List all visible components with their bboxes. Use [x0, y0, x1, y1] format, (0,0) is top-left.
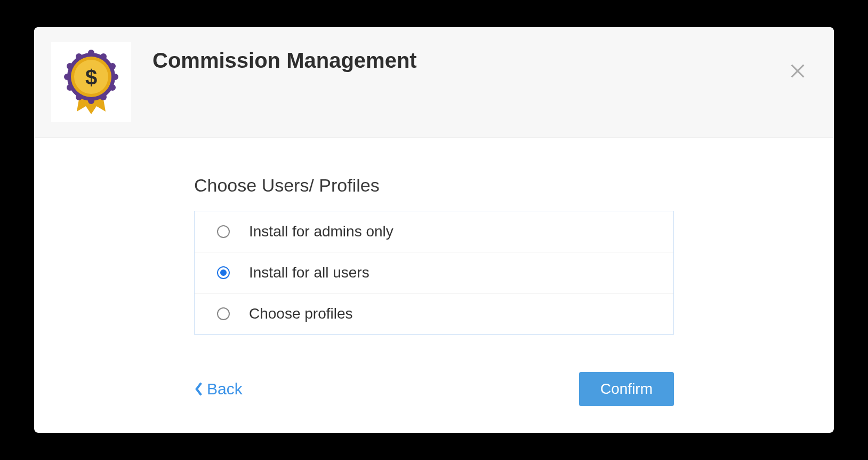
svg-point-3 — [88, 50, 94, 56]
option-label: Install for admins only — [249, 223, 393, 240]
modal-title: Commission Management — [152, 49, 417, 73]
close-button[interactable] — [787, 60, 808, 82]
back-label: Back — [207, 380, 243, 398]
svg-point-14 — [76, 53, 82, 60]
svg-point-10 — [76, 94, 82, 100]
modal-footer: Back Confirm — [34, 372, 834, 433]
section-title: Choose Users/ Profiles — [194, 175, 674, 196]
svg-point-6 — [112, 74, 118, 80]
radio-icon — [217, 225, 230, 238]
svg-text:$: $ — [85, 66, 97, 89]
svg-point-4 — [100, 53, 107, 60]
modal-body: Choose Users/ Profiles Install for admin… — [34, 138, 834, 340]
svg-point-8 — [100, 94, 107, 100]
option-all-users[interactable]: Install for all users — [195, 252, 673, 294]
option-label: Install for all users — [249, 264, 369, 281]
back-button[interactable]: Back — [194, 380, 243, 398]
option-label: Choose profiles — [249, 305, 353, 322]
option-choose-profiles[interactable]: Choose profiles — [195, 294, 673, 334]
install-modal: $ Commission Management Choose Users/ Pr… — [34, 27, 834, 433]
svg-point-5 — [109, 63, 116, 69]
close-icon — [789, 62, 807, 80]
modal-header: $ Commission Management — [34, 27, 834, 138]
radio-icon — [217, 307, 230, 320]
svg-point-9 — [88, 98, 94, 104]
radio-icon — [217, 266, 230, 279]
svg-point-11 — [67, 84, 73, 91]
app-icon-badge: $ — [51, 42, 131, 122]
svg-point-7 — [109, 84, 116, 91]
commission-medal-icon: $ — [62, 47, 120, 117]
options-box: Install for admins only Install for all … — [194, 211, 674, 335]
confirm-button[interactable]: Confirm — [579, 372, 674, 406]
option-admins-only[interactable]: Install for admins only — [195, 211, 673, 252]
chevron-left-icon — [194, 382, 204, 396]
svg-point-12 — [64, 74, 70, 80]
svg-point-13 — [67, 63, 73, 69]
